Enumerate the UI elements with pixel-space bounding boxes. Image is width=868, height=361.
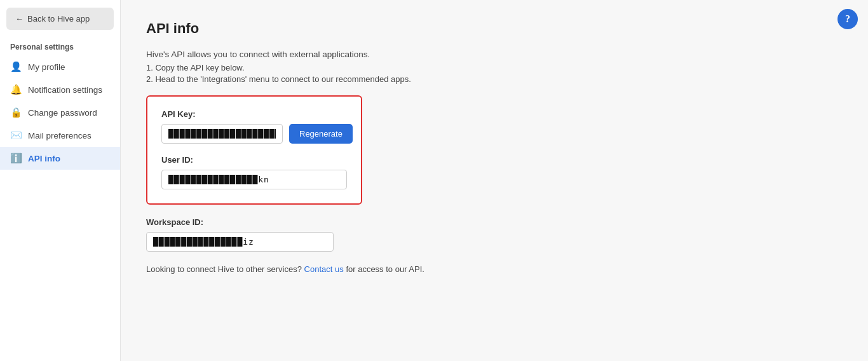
- person-icon: 👤: [10, 61, 22, 72]
- sidebar-item-api-info[interactable]: ℹ️ API info: [0, 147, 120, 170]
- api-key-row: Regenerate: [161, 124, 347, 144]
- footer-text-before: Looking to connect Hive to other service…: [146, 264, 302, 274]
- footer-text: Looking to connect Hive to other service…: [146, 264, 843, 274]
- help-button[interactable]: ?: [837, 9, 858, 29]
- api-key-label: API Key:: [161, 109, 347, 119]
- sidebar-item-mail-preferences[interactable]: ✉️ Mail preferences: [0, 124, 120, 147]
- workspace-id-input[interactable]: [146, 232, 334, 252]
- sidebar-item-notification-settings[interactable]: 🔔 Notification settings: [0, 78, 120, 101]
- api-key-box: API Key: Regenerate User ID:: [146, 95, 362, 205]
- bell-icon: 🔔: [10, 84, 22, 95]
- info-icon: ℹ️: [10, 153, 22, 164]
- description-text: Hive's API allows you to connect with ex…: [146, 50, 843, 59]
- contact-us-link[interactable]: Contact us: [304, 264, 344, 274]
- lock-icon: 🔒: [10, 107, 22, 118]
- mail-icon: ✉️: [10, 130, 22, 141]
- sidebar-item-label: My profile: [28, 62, 65, 72]
- workspace-id-section: Workspace ID:: [146, 217, 843, 252]
- sidebar-item-label: API info: [28, 154, 60, 163]
- sidebar-item-change-password[interactable]: 🔒 Change password: [0, 101, 120, 124]
- instruction-2: 2. Head to the 'Integrations' menu to co…: [146, 74, 843, 84]
- sidebar-item-my-profile[interactable]: 👤 My profile: [0, 55, 120, 78]
- arrow-left-icon: ←: [15, 14, 24, 24]
- workspace-id-label: Workspace ID:: [146, 217, 843, 227]
- sidebar: ← Back to Hive app Personal settings 👤 M…: [0, 0, 121, 361]
- page-title: API info: [146, 20, 843, 37]
- user-id-section: User ID:: [161, 155, 347, 189]
- sidebar-item-label: Notification settings: [28, 85, 102, 95]
- back-label: Back to Hive app: [27, 14, 90, 24]
- sidebar-item-label: Change password: [28, 108, 97, 118]
- regenerate-button[interactable]: Regenerate: [289, 124, 353, 144]
- main-content: API info Hive's API allows you to connec…: [121, 0, 868, 361]
- sidebar-item-label: Mail preferences: [28, 131, 92, 140]
- instructions: 1. Copy the API key below. 2. Head to th…: [146, 63, 843, 84]
- user-id-row: [161, 170, 347, 189]
- workspace-id-row: [146, 232, 843, 252]
- footer-text-after: for access to our API.: [346, 264, 424, 274]
- user-id-label: User ID:: [161, 155, 347, 165]
- user-id-input[interactable]: [161, 170, 347, 189]
- back-to-hive-button[interactable]: ← Back to Hive app: [6, 8, 114, 30]
- instruction-1: 1. Copy the API key below.: [146, 63, 843, 72]
- api-key-input[interactable]: [161, 124, 283, 144]
- sidebar-section-title: Personal settings: [0, 37, 120, 55]
